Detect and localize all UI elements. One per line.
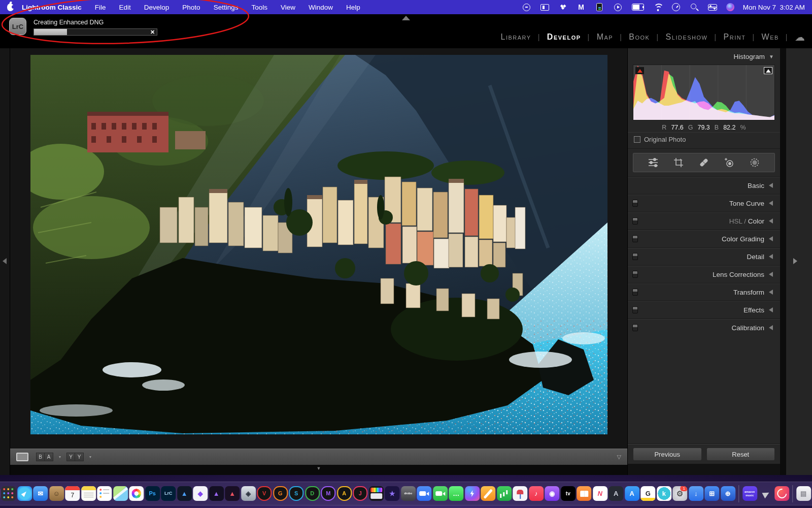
menu-edit[interactable]: Edit — [119, 4, 131, 11]
dock-prism-blue-app[interactable]: ▲ — [177, 486, 192, 501]
panel-scroll-strip[interactable] — [780, 48, 786, 475]
dock-maps[interactable] — [113, 486, 128, 501]
original-photo-checkbox[interactable] — [634, 136, 640, 143]
panel-lens-corrections[interactable]: Lens Corrections — [628, 265, 780, 283]
dock-apple-tv[interactable]: tv — [561, 486, 576, 501]
menu-clock[interactable]: Mon Nov 7 3:02 AM — [743, 4, 805, 11]
panel-disclosure-icon[interactable] — [769, 218, 773, 224]
module-map[interactable]: Map — [597, 33, 614, 42]
dock-creative-cloud[interactable] — [774, 486, 789, 501]
menu-view[interactable]: View — [281, 4, 295, 11]
dock-messenger[interactable] — [465, 486, 480, 501]
panel-calibration[interactable]: Calibration — [628, 319, 780, 336]
panel-toggle[interactable] — [632, 289, 638, 296]
device-icon[interactable] — [595, 3, 604, 12]
dock-topaz-g[interactable]: G — [273, 486, 288, 501]
dock-video-clapper-app[interactable] — [369, 486, 384, 501]
menu-develop[interactable]: Develop — [144, 4, 170, 11]
siri-icon[interactable] — [726, 3, 734, 11]
dock-topaz-a[interactable]: A — [337, 486, 352, 501]
highlight-clipping-icon[interactable] — [764, 67, 772, 74]
dock-paper-plane-app[interactable]: ▶ — [758, 486, 773, 501]
dock-news[interactable]: N — [593, 486, 607, 501]
menu-help[interactable]: Help — [346, 4, 360, 11]
dock-podcasts[interactable]: ◉ — [545, 486, 559, 501]
malwarebytes-icon[interactable]: M — [577, 3, 586, 12]
panel-tone-curve[interactable]: Tone Curve — [628, 194, 780, 212]
red-eye-icon[interactable] — [723, 156, 736, 169]
right-panel-reveal-icon[interactable] — [793, 258, 797, 264]
dock-keka[interactable]: k — [657, 486, 671, 501]
dock-amazon-music[interactable]: amazon music — [742, 486, 757, 501]
panel-disclosure-icon[interactable] — [769, 272, 773, 277]
module-develop[interactable]: Develop — [547, 33, 581, 42]
panel-color-grading[interactable]: Color Grading — [628, 230, 780, 247]
dock-music[interactable]: ♪ — [529, 486, 544, 501]
menu-window[interactable]: Window — [309, 4, 333, 11]
dock-messages[interactable]: … — [449, 486, 463, 501]
dock-gem-shield-app[interactable]: ◆ — [193, 486, 208, 501]
battery-icon[interactable] — [631, 3, 645, 12]
before-after-b-button[interactable]: B — [36, 453, 45, 461]
histogram-header[interactable]: Histogram ▼ — [628, 48, 780, 62]
panel-disclosure-icon[interactable] — [769, 307, 773, 312]
panel-disclosure-icon[interactable] — [769, 254, 773, 259]
loupe-view-icon[interactable] — [16, 453, 28, 461]
menu-settings[interactable]: Settings — [214, 4, 239, 11]
module-slideshow[interactable]: Slideshow — [666, 33, 708, 42]
split-view-button-1[interactable]: Y — [75, 453, 84, 461]
dock-downloader-app[interactable]: ↓ — [689, 486, 703, 501]
panel-disclosure-icon[interactable] — [769, 236, 773, 241]
masking-icon[interactable] — [748, 156, 761, 169]
dock-contacts[interactable]: ☺ — [49, 486, 64, 501]
module-library[interactable]: Library — [501, 33, 531, 42]
panel-basic[interactable]: Basic — [628, 176, 780, 194]
dock-zoom[interactable] — [417, 486, 431, 501]
split-view-button-0[interactable]: Y — [66, 453, 75, 461]
panel-toggle[interactable] — [632, 217, 638, 225]
dock-topaz-m[interactable]: M — [321, 486, 335, 501]
dock-file-cabinet[interactable]: ▤ — [796, 486, 811, 501]
split-view-dropdown-icon[interactable]: ▾ — [89, 455, 91, 459]
edit-sliders-icon[interactable] — [647, 156, 660, 169]
module-web[interactable]: Web — [762, 33, 779, 42]
menu-tools[interactable]: Tools — [251, 4, 267, 11]
apple-icon[interactable] — [7, 4, 14, 11]
panel-disclosure-icon[interactable] — [769, 201, 773, 206]
menu-file[interactable]: File — [95, 4, 106, 11]
panel-toggle[interactable] — [632, 200, 638, 207]
control-center-icon[interactable] — [708, 3, 718, 12]
dock-reminders[interactable] — [97, 486, 112, 501]
dock-mail[interactable]: ✉ — [33, 486, 48, 501]
histogram-plot[interactable] — [633, 65, 775, 120]
before-after-a-button[interactable]: A — [45, 453, 53, 461]
panel-toggle[interactable] — [632, 324, 638, 331]
clock-icon[interactable] — [671, 3, 681, 12]
panel-disclosure-icon[interactable] — [769, 290, 773, 295]
panel-toggle[interactable] — [632, 271, 638, 278]
dock-photos[interactable] — [129, 486, 144, 501]
dock-star-app[interactable]: ★ — [385, 486, 399, 501]
dock-prism-purple-app[interactable]: ▲ — [209, 486, 224, 501]
module-book[interactable]: Book — [629, 33, 650, 42]
dock-system-settings[interactable]: ⚙ — [672, 486, 687, 501]
cloud-sync-icon[interactable]: ☁ — [795, 31, 805, 43]
dock-launchpad[interactable] — [1, 486, 16, 501]
panel-effects[interactable]: Effects — [628, 301, 780, 319]
dock-mailbox-app[interactable] — [513, 486, 527, 501]
dock-pencil-app[interactable] — [481, 486, 495, 501]
dock-topaz-v[interactable]: V — [257, 486, 272, 501]
dock-photoshop[interactable]: Ps — [145, 486, 160, 501]
dock-facetime[interactable] — [433, 486, 448, 501]
panel-detail[interactable]: Detail — [628, 247, 780, 265]
dock-flame-app[interactable]: ▲ — [225, 486, 240, 501]
panel-toggle[interactable] — [632, 306, 638, 313]
left-panel-reveal-icon[interactable] — [3, 258, 7, 264]
creative-cloud-icon[interactable] — [522, 3, 531, 12]
shadow-clipping-icon[interactable] — [635, 67, 644, 74]
panel-disclosure-icon[interactable] — [769, 325, 773, 330]
panel-disclosure-icon[interactable] — [769, 183, 773, 188]
reset-button[interactable]: Reset — [706, 448, 775, 461]
search-icon[interactable] — [690, 3, 699, 12]
wifi-icon[interactable] — [653, 3, 663, 12]
